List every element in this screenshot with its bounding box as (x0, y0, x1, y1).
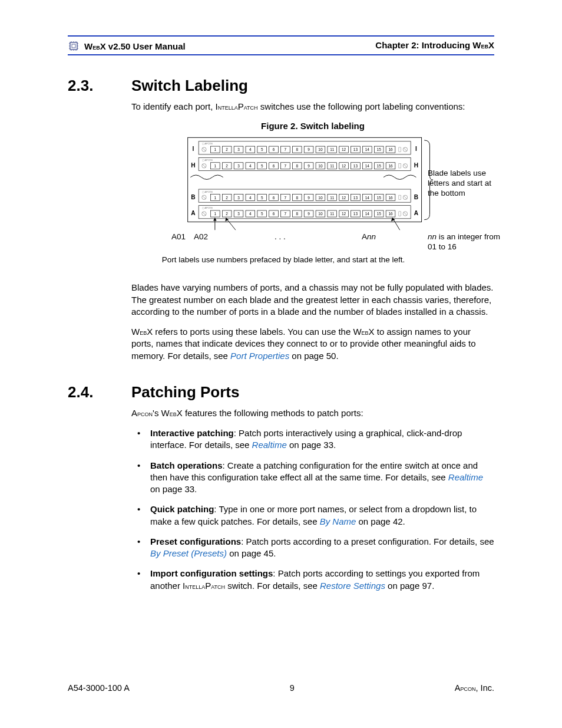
svg-text:9: 9 (308, 148, 310, 152)
svg-text:▢ APCON: ▢ APCON (202, 159, 213, 162)
svg-line-61 (203, 164, 206, 168)
t: is an integer from 01 to 16 (428, 232, 500, 251)
link-realtime[interactable]: Realtime (448, 472, 483, 482)
svg-text:4: 4 (249, 196, 252, 200)
svg-text:7: 7 (285, 212, 287, 216)
running-header: WebX v2.50 User Manual Chapter 2: Introd… (68, 37, 494, 54)
svg-text:14: 14 (365, 148, 370, 152)
t: P (205, 581, 211, 591)
svg-rect-105 (399, 195, 401, 199)
svg-rect-0 (70, 42, 77, 50)
svg-text:16: 16 (388, 196, 393, 200)
svg-text:11: 11 (330, 164, 335, 168)
t: W (84, 41, 92, 51)
svg-marker-180 (213, 218, 217, 221)
svg-text:16: 16 (388, 212, 393, 216)
list-item-import: Import configuration settings: Patch por… (146, 568, 494, 592)
footer-left: A54-3000-100 A (68, 683, 130, 693)
paragraph-webx-labels: WebX refers to ports using these labels.… (131, 326, 494, 362)
svg-text:14: 14 (365, 212, 370, 216)
footer-right: Apcon, Inc. (455, 683, 494, 693)
header-left: WebX v2.50 User Manual (68, 40, 186, 52)
list-item-interactive: Interactive patching: Patch ports intera… (146, 427, 494, 452)
link-port-properties[interactable]: Port Properties (230, 351, 289, 361)
svg-text:8: 8 (296, 212, 298, 216)
svg-text:12: 12 (342, 212, 346, 216)
svg-text:3: 3 (237, 148, 240, 152)
svg-text:H: H (191, 162, 195, 169)
svg-rect-23 (399, 147, 401, 151)
svg-text:12: 12 (342, 148, 346, 152)
svg-line-181 (227, 219, 236, 230)
t: 's W (153, 408, 170, 418)
page: WebX v2.50 User Manual Chapter 2: Introd… (0, 0, 562, 728)
link-realtime[interactable]: Realtime (252, 440, 287, 450)
link-by-name[interactable]: By Name (320, 516, 356, 526)
svg-rect-14 (188, 138, 422, 222)
svg-line-145 (404, 212, 407, 216)
port-label-dots: . . . (275, 232, 286, 242)
item-title: Interactive patching (150, 428, 234, 438)
t: on page 50. (289, 351, 338, 361)
header-left-text: WebX v2.50 User Manual (84, 41, 186, 51)
svg-text:6: 6 (273, 196, 275, 200)
intro-paragraph: To identify each port, IntellaPatch swit… (131, 101, 494, 113)
svg-line-183 (394, 219, 400, 230)
link-by-preset[interactable]: By Preset (Presets) (150, 548, 227, 558)
svg-text:5: 5 (261, 148, 263, 152)
patching-methods-list: Interactive patching: Patch ports intera… (131, 427, 494, 592)
svg-text:5: 5 (261, 164, 263, 168)
t: switches use the following port labeling… (258, 101, 465, 111)
t: switch. For details, see (225, 581, 320, 591)
svg-line-20 (203, 148, 206, 151)
t: Chapter 2: Introducing W (375, 40, 481, 50)
svg-text:6: 6 (273, 148, 275, 152)
svg-rect-1 (72, 44, 75, 48)
svg-text:5: 5 (261, 196, 263, 200)
svg-text:10: 10 (318, 164, 323, 168)
link-restore-settings[interactable]: Restore Settings (320, 581, 385, 591)
t: A (362, 232, 367, 241)
t: on page 97. (385, 581, 434, 591)
svg-text:12: 12 (342, 196, 346, 200)
svg-text:2: 2 (226, 164, 228, 168)
intro-paragraph-24: Apcon's WebX features the following meth… (131, 407, 494, 419)
t: eb (170, 410, 177, 418)
svg-text:A: A (191, 210, 196, 217)
t: To identify each port, I (131, 101, 218, 111)
svg-text:▢ APCON: ▢ APCON (202, 143, 213, 146)
svg-text:2: 2 (226, 212, 228, 216)
svg-text:10: 10 (318, 148, 323, 152)
item-title: Batch operations (150, 460, 223, 470)
t: eb (92, 43, 100, 51)
svg-text:11: 11 (330, 196, 335, 200)
svg-text:I: I (193, 146, 194, 153)
svg-text:9: 9 (308, 196, 310, 200)
svg-text:14: 14 (365, 164, 370, 168)
svg-text:B: B (191, 194, 195, 200)
svg-text:7: 7 (285, 196, 287, 200)
item-title: Import configuration settings (150, 568, 273, 578)
svg-text:9: 9 (308, 212, 310, 216)
section-number: 2.3. (68, 77, 131, 95)
t: on page 45. (227, 548, 276, 558)
t: pcon (461, 684, 476, 693)
svg-text:1: 1 (214, 148, 217, 152)
svg-text:13: 13 (353, 212, 358, 216)
paragraph-blades: Blades have varying numbers of ports, an… (131, 282, 494, 318)
header-rule-bottom (68, 54, 494, 55)
svg-rect-146 (399, 212, 401, 216)
svg-text:16: 16 (388, 164, 393, 168)
svg-text:15: 15 (377, 164, 382, 168)
t: on page 33. (287, 440, 336, 450)
svg-text:2: 2 (226, 148, 228, 152)
svg-text:15: 15 (377, 212, 382, 216)
t: ntella (218, 103, 238, 111)
svg-text:4: 4 (249, 164, 252, 168)
annotation-nn: nn is an integer from 01 to 16 (428, 232, 504, 252)
t: , Inc. (476, 683, 494, 693)
svg-text:4: 4 (249, 212, 252, 216)
t: ntella (185, 582, 205, 591)
svg-line-22 (404, 148, 407, 151)
svg-text:14: 14 (365, 196, 370, 200)
